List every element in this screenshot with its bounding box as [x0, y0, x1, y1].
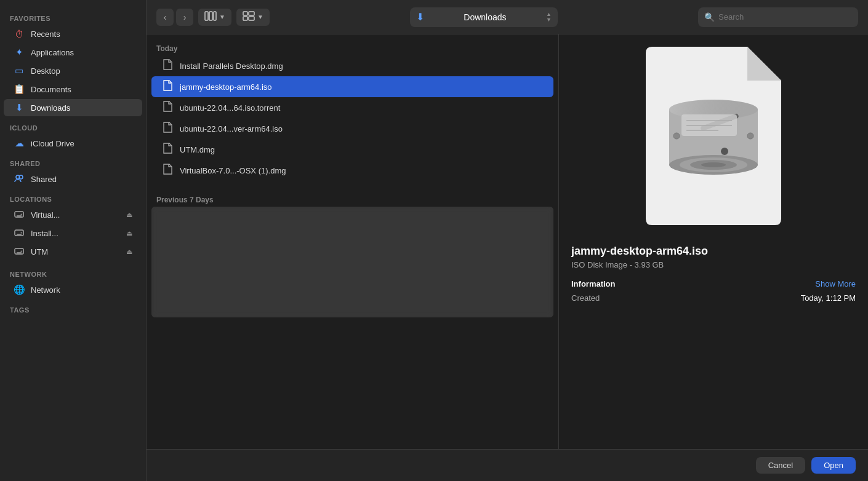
file-icon: [161, 80, 174, 93]
hard-drive-svg: [663, 90, 764, 188]
file-name: UTM.dmg: [180, 145, 544, 154]
file-icon: [161, 164, 174, 177]
file-item-virtualbox[interactable]: VirtualBox-7.0...-OSX (1).dmg: [151, 160, 553, 181]
file-item-jammy[interactable]: jammy-desktop-arm64.iso: [151, 76, 553, 97]
sidebar-item-applications[interactable]: ✦ Applications: [4, 44, 142, 61]
sidebar-item-network[interactable]: 🌐 Network: [4, 281, 142, 298]
sidebar-item-utm[interactable]: UTM ⏏: [4, 243, 142, 260]
file-name: Install Parallels Desktop.dmg: [180, 62, 544, 71]
svg-point-25: [747, 133, 753, 139]
desktop-icon: ▭: [14, 65, 25, 76]
file-item-ubuntu-ver[interactable]: ubuntu-22.04...ver-arm64.iso: [151, 118, 553, 139]
info-section-title: Information Show More: [571, 279, 856, 288]
sidebar-item-recents[interactable]: ⏱ Recents: [4, 25, 142, 42]
back-button[interactable]: ‹: [156, 9, 174, 26]
nav-buttons: ‹ ›: [156, 9, 193, 26]
svg-rect-11: [243, 12, 247, 15]
view-grid-button[interactable]: ▼: [236, 9, 270, 26]
hdd-icon-overlay: [663, 90, 764, 188]
file-item-ubuntu-torrent[interactable]: ubuntu-22.04...64.iso.torrent: [151, 97, 553, 118]
drive-icon: [14, 246, 25, 257]
icloud-section-label: iCloud: [0, 117, 146, 134]
main-content: ‹ › ▼ ▼: [147, 0, 868, 481]
eject-icon[interactable]: ⏏: [126, 211, 132, 219]
icloud-icon: ☁: [14, 138, 25, 149]
information-label: Information: [571, 279, 616, 288]
recents-icon: ⏱: [14, 28, 25, 39]
eject-icon[interactable]: ⏏: [126, 229, 132, 237]
blurred-preview: [151, 207, 553, 317]
sidebar-item-label: Install...: [31, 229, 120, 238]
file-item-utm-dmg[interactable]: UTM.dmg: [151, 139, 553, 160]
sidebar-item-desktop[interactable]: ▭ Desktop: [4, 62, 142, 79]
sidebar-item-label: Applications: [31, 48, 132, 57]
file-icon: [161, 122, 174, 135]
locations-section-label: Locations: [0, 188, 146, 205]
sidebar-item-label: Shared: [31, 175, 132, 184]
previous-section-header: Previous 7 Days: [147, 191, 558, 207]
file-preview-container: [646, 47, 781, 225]
sidebar-item-label: Virtual...: [31, 210, 120, 220]
preview-image-area: [559, 34, 868, 237]
created-key: Created: [571, 293, 600, 303]
file-name: ubuntu-22.04...64.iso.torrent: [180, 103, 544, 113]
sidebar-item-label: Network: [31, 285, 132, 295]
svg-rect-9: [209, 12, 212, 20]
view-columns-button[interactable]: ▼: [198, 9, 231, 26]
network-section-label: Network: [0, 263, 146, 280]
documents-icon: 📋: [14, 84, 25, 95]
search-icon: 🔍: [704, 12, 715, 22]
svg-point-20: [701, 162, 726, 167]
today-section-header: Today: [147, 39, 558, 55]
applications-icon: ✦: [14, 47, 25, 58]
network-icon: 🌐: [14, 284, 25, 295]
location-bar: ⬇ Downloads ▲ ▼: [275, 7, 693, 27]
svg-point-7: [21, 251, 22, 252]
shared-icon: [14, 173, 25, 185]
sidebar-item-label: Documents: [31, 85, 132, 94]
sidebar-item-install[interactable]: Install... ⏏: [4, 225, 142, 242]
svg-point-24: [673, 133, 680, 139]
file-icon: [161, 101, 174, 114]
content-area: Today Install Parallels Desktop.dmg: [147, 34, 868, 449]
file-icon: [161, 59, 174, 73]
search-input[interactable]: [718, 12, 852, 22]
svg-rect-12: [249, 12, 254, 15]
sidebar-item-virtual[interactable]: Virtual... ⏏: [4, 206, 142, 223]
info-panel: jammy-desktop-arm64.iso ISO Disk Image -…: [559, 237, 868, 449]
created-value: Today, 1:12 PM: [801, 293, 856, 303]
show-more-button[interactable]: Show More: [815, 279, 856, 288]
svg-point-5: [21, 233, 22, 234]
footer: Cancel Open: [147, 449, 868, 481]
location-box[interactable]: ⬇ Downloads ▲ ▼: [410, 7, 558, 27]
sidebar-item-label: Desktop: [31, 66, 132, 76]
chevron-down-icon: ▼: [219, 14, 225, 20]
search-box[interactable]: 🔍: [698, 7, 858, 27]
file-name: VirtualBox-7.0...-OSX (1).dmg: [180, 166, 544, 175]
sidebar-item-icloud-drive[interactable]: ☁ iCloud Drive: [4, 135, 142, 152]
preview-subtitle: ISO Disk Image - 3.93 GB: [571, 260, 856, 269]
file-name: ubuntu-22.04...ver-arm64.iso: [180, 124, 544, 133]
svg-rect-14: [249, 17, 254, 20]
sidebar-item-documents[interactable]: 📋 Documents: [4, 81, 142, 98]
svg-point-3: [21, 214, 22, 215]
file-name: jammy-desktop-arm64.iso: [180, 82, 544, 92]
sidebar-item-label: Downloads: [31, 103, 132, 113]
sidebar-item-downloads[interactable]: ⬇ Downloads: [4, 99, 142, 116]
svg-rect-13: [243, 17, 247, 20]
eject-icon[interactable]: ⏏: [126, 248, 132, 256]
location-folder-icon: ⬇: [416, 11, 424, 23]
drive-icon: [14, 228, 25, 239]
file-item-parallels[interactable]: Install Parallels Desktop.dmg: [151, 55, 553, 76]
cancel-button[interactable]: Cancel: [756, 457, 805, 474]
forward-button[interactable]: ›: [176, 9, 193, 26]
view-columns-icon: [204, 11, 217, 23]
svg-rect-8: [205, 12, 208, 20]
shared-section-label: Shared: [0, 153, 146, 170]
open-button[interactable]: Open: [811, 457, 856, 474]
info-row-created: Created Today, 1:12 PM: [571, 293, 856, 303]
svg-point-23: [721, 148, 728, 155]
sidebar-item-shared[interactable]: Shared: [4, 170, 142, 188]
sidebar-item-label: iCloud Drive: [31, 139, 132, 148]
file-icon: [161, 143, 174, 156]
